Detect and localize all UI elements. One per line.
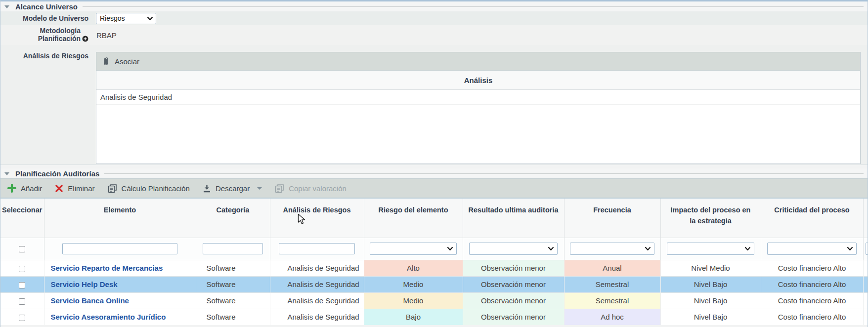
modelo-universo-row: Modelo de Universo Riesgos xyxy=(0,11,868,25)
categoria-cell: Software xyxy=(196,276,270,292)
table-row[interactable]: Servicio Banca Online Software Analisis … xyxy=(0,292,868,309)
planificacion-section-title: Planificación Auditorías xyxy=(15,169,99,178)
plus-circle-icon[interactable] xyxy=(82,36,88,43)
calculo-planificacion-button[interactable]: Cálculo Planificación xyxy=(108,184,190,193)
collapse-triangle-icon[interactable] xyxy=(4,172,9,175)
analisis-cell: Analisis de Seguridad xyxy=(270,309,364,325)
alcance-section-header: Alcance Universo xyxy=(0,1,868,11)
analisis-filter-input[interactable] xyxy=(279,243,355,254)
riesgo-filter-select[interactable] xyxy=(370,243,456,255)
modelo-universo-label: Modelo de Universo xyxy=(0,14,93,22)
select-all-checkbox[interactable] xyxy=(19,246,25,252)
table-row-selected[interactable]: Servicio Help Desk Software Analisis de … xyxy=(0,276,868,292)
categoria-filter-input[interactable] xyxy=(203,243,263,254)
col-header-impacto[interactable]: Impacto del proceso en la estrategia xyxy=(660,199,761,238)
riesgo-cell: Bajo xyxy=(364,309,463,325)
categoria-cell: Software xyxy=(196,260,270,276)
asociar-button[interactable]: Asociar xyxy=(102,56,139,67)
frecuencia-cell: Semestral xyxy=(564,276,660,292)
planificacion-toolbar: Añadir Eliminar Cálculo Planificación De… xyxy=(0,178,868,198)
clipped-filter-select[interactable] xyxy=(866,243,868,255)
asociar-label: Asociar xyxy=(115,57,139,66)
col-header-frecuencia[interactable]: Frecuencia xyxy=(564,199,660,238)
modelo-universo-selected-value: Riesgos xyxy=(100,14,125,22)
section-rule xyxy=(104,173,864,174)
frecuencia-cell: Ad hoc xyxy=(564,309,660,325)
elemento-link[interactable]: Servicio Reparto de Mercancias xyxy=(51,264,163,272)
section-rule xyxy=(83,6,864,7)
table-row[interactable]: Servicio Reparto de Mercancias Software … xyxy=(0,260,868,276)
page: Alcance Universo Modelo de Universo Ries… xyxy=(0,0,868,327)
plus-icon xyxy=(7,184,16,193)
metodologia-value: RBAP xyxy=(96,31,117,40)
copiar-valoracion-button[interactable]: Copiar valoración xyxy=(275,184,347,193)
chevron-down-icon xyxy=(645,247,651,251)
resultado-cell: Observación menor xyxy=(463,292,564,309)
resultado-cell: Observación menor xyxy=(463,276,564,292)
criticidad-cell: Costo financiero Alto xyxy=(761,309,863,325)
col-header-categoria[interactable]: Categoría xyxy=(196,199,270,238)
metodologia-row: Metodología Planificación RBAP xyxy=(0,25,868,45)
col-header-riesgo-elemento[interactable]: Riesgo del elemento xyxy=(364,199,463,238)
row-checkbox[interactable] xyxy=(19,315,25,321)
row-checkbox[interactable] xyxy=(19,282,25,288)
row-checkbox[interactable] xyxy=(19,298,25,305)
descargar-button[interactable]: Descargar xyxy=(203,184,262,193)
chevron-down-icon xyxy=(745,247,750,251)
resultado-filter-select[interactable] xyxy=(469,243,558,255)
riesgo-cell: Alto xyxy=(364,260,463,276)
report-icon xyxy=(108,184,117,193)
elemento-link[interactable]: Servicio Banca Online xyxy=(51,296,129,305)
collapse-triangle-icon[interactable] xyxy=(4,5,9,8)
report-icon xyxy=(275,184,284,193)
planificacion-section-header: Planificación Auditorías xyxy=(0,168,868,178)
col-header-seleccionar[interactable]: Seleccionar xyxy=(0,199,44,238)
elemento-link[interactable]: Servicio Asesoramiento Jurídico xyxy=(51,313,166,321)
filter-row xyxy=(0,238,868,260)
analisis-table-row[interactable]: Analisis de Seguridad xyxy=(96,90,860,105)
analisis-riesgos-row: Análisis de Riesgos Asociar Análisis Ana… xyxy=(0,45,868,164)
impacto-cell: Nivel Bajo xyxy=(660,276,761,292)
paperclip-icon xyxy=(102,56,110,67)
row-checkbox[interactable] xyxy=(19,266,25,272)
col-header-resultado-auditoria[interactable]: Resultado ultima auditoria xyxy=(463,199,564,238)
chevron-down-icon xyxy=(447,247,453,251)
col-header-criticidad[interactable]: Criticidad del proceso xyxy=(761,199,863,238)
col-header-analisis-riesgos[interactable]: Análisis de Riesgos xyxy=(270,199,364,238)
modelo-universo-select[interactable]: Riesgos xyxy=(96,13,156,24)
table-row[interactable]: Servicio Asesoramiento Jurídico Software… xyxy=(0,309,868,325)
analisis-cell: Analisis de Seguridad xyxy=(270,260,364,276)
criticidad-filter-select[interactable] xyxy=(767,243,857,255)
impacto-cell: Nivel Bajo xyxy=(660,292,761,309)
download-icon xyxy=(203,184,211,193)
frecuencia-filter-select[interactable] xyxy=(570,243,654,255)
table-header-row: Seleccionar Elemento Categoría Análisis … xyxy=(0,199,868,238)
analisis-panel: Asociar Análisis Analisis de Seguridad xyxy=(96,52,861,164)
criticidad-cell: Costo financiero Alto xyxy=(761,276,863,292)
categoria-cell: Software xyxy=(196,309,270,325)
riesgo-cell: Medio xyxy=(364,292,463,309)
frecuencia-cell: Semestral xyxy=(564,292,660,309)
analisis-cell: Analisis de Seguridad xyxy=(270,276,364,292)
eliminar-button[interactable]: Eliminar xyxy=(55,184,94,193)
riesgo-cell: Medio xyxy=(364,276,463,292)
elemento-link[interactable]: Servicio Help Desk xyxy=(51,280,118,288)
col-header-elemento[interactable]: Elemento xyxy=(44,199,196,238)
elemento-filter-input[interactable] xyxy=(62,243,177,254)
criticidad-cell: Costo financiero Alto xyxy=(761,292,863,309)
impacto-filter-select[interactable] xyxy=(667,243,755,255)
analisis-cell: Analisis de Seguridad xyxy=(270,292,364,309)
descargar-caret-icon[interactable] xyxy=(257,187,262,190)
chevron-down-icon xyxy=(548,247,554,251)
anadir-button[interactable]: Añadir xyxy=(7,184,42,193)
categoria-cell: Software xyxy=(196,292,270,309)
x-icon xyxy=(55,184,63,193)
section-gap xyxy=(0,164,868,168)
analisis-table-header: Análisis xyxy=(96,71,860,90)
alcance-section-title: Alcance Universo xyxy=(15,2,78,11)
chevron-down-icon xyxy=(147,17,153,21)
analisis-panel-toolbar: Asociar xyxy=(96,52,860,71)
analisis-riesgos-label: Análisis de Riesgos xyxy=(0,45,93,60)
impacto-cell: Nivel Medio xyxy=(660,260,761,276)
planificacion-table: Seleccionar Elemento Categoría Análisis … xyxy=(0,199,868,325)
